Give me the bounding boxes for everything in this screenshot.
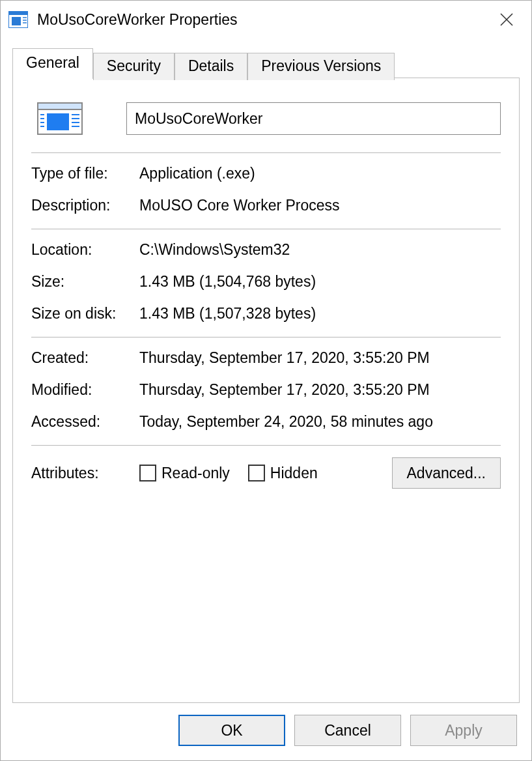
filename-input[interactable] <box>126 102 501 135</box>
close-button[interactable] <box>486 7 527 33</box>
svg-rect-9 <box>38 103 82 109</box>
value-created: Thursday, September 17, 2020, 3:55:20 PM <box>139 349 501 367</box>
separator <box>31 337 501 337</box>
close-icon <box>499 12 514 27</box>
svg-rect-2 <box>12 17 21 25</box>
tab-previous-versions[interactable]: Previous Versions <box>247 53 395 80</box>
label-description: Description: <box>31 197 139 214</box>
label-type-of-file: Type of file: <box>31 165 139 182</box>
value-size-on-disk: 1.43 MB (1,507,328 bytes) <box>139 305 501 323</box>
checkbox-box-icon <box>248 465 265 481</box>
value-modified: Thursday, September 17, 2020, 3:55:20 PM <box>139 381 501 399</box>
value-location: C:\Windows\System32 <box>139 241 501 259</box>
separator <box>31 152 501 153</box>
apply-button[interactable]: Apply <box>410 715 517 746</box>
value-accessed: Today, September 24, 2020, 58 minutes ag… <box>139 413 501 431</box>
checkbox-read-only-label: Read-only <box>161 465 230 482</box>
svg-rect-10 <box>47 113 69 130</box>
checkbox-read-only[interactable]: Read-only <box>139 465 230 482</box>
label-modified: Modified: <box>31 381 139 399</box>
dialog-buttons: OK Cancel Apply <box>1 703 531 760</box>
checkbox-hidden[interactable]: Hidden <box>248 465 318 482</box>
tab-body-general: Type of file: Application (.exe) Descrip… <box>12 78 520 703</box>
label-created: Created: <box>31 349 139 367</box>
tab-strip: General Security Details Previous Versio… <box>12 48 520 78</box>
properties-dialog: MoUsoCoreWorker Properties General Secur… <box>0 0 532 761</box>
advanced-button[interactable]: Advanced... <box>392 457 501 489</box>
label-accessed: Accessed: <box>31 413 139 431</box>
label-size: Size: <box>31 273 139 291</box>
value-type-of-file: Application (.exe) <box>139 165 501 182</box>
label-attributes: Attributes: <box>31 465 139 482</box>
checkbox-hidden-label: Hidden <box>270 465 318 482</box>
tab-general[interactable]: General <box>12 48 93 79</box>
separator <box>31 445 501 446</box>
file-type-icon <box>31 96 89 141</box>
label-size-on-disk: Size on disk: <box>31 305 139 323</box>
window-title: MoUsoCoreWorker Properties <box>37 11 486 29</box>
checkbox-box-icon <box>139 465 156 481</box>
tab-details[interactable]: Details <box>175 53 247 80</box>
titlebar: MoUsoCoreWorker Properties <box>1 1 531 38</box>
tab-security[interactable]: Security <box>93 53 175 80</box>
value-size: 1.43 MB (1,504,768 bytes) <box>139 273 501 291</box>
app-icon <box>7 8 29 31</box>
label-location: Location: <box>31 241 139 259</box>
cancel-button[interactable]: Cancel <box>294 715 401 746</box>
svg-rect-1 <box>8 11 28 15</box>
value-description: MoUSO Core Worker Process <box>139 197 501 214</box>
separator <box>31 229 501 229</box>
client-area: General Security Details Previous Versio… <box>1 38 531 703</box>
ok-button[interactable]: OK <box>178 715 285 746</box>
